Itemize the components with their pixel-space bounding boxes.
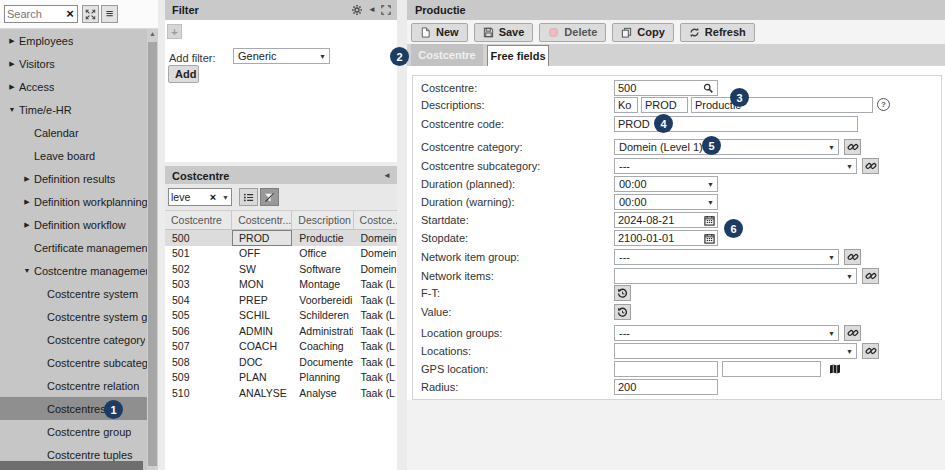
sidebar-item-costcentre-relation[interactable]: Costcentre relation bbox=[0, 374, 147, 397]
new-button[interactable]: New bbox=[411, 23, 468, 42]
splitter-left[interactable] bbox=[158, 0, 165, 470]
gps-longitude-input[interactable] bbox=[722, 361, 821, 377]
refresh-button[interactable]: Refresh bbox=[680, 23, 755, 42]
calendar-icon[interactable] bbox=[703, 214, 716, 227]
add-filter-button[interactable]: Add bbox=[168, 65, 199, 83]
costcentre-category-dropdown[interactable]: Domein (Level 1) bbox=[614, 139, 839, 155]
maximize-icon[interactable] bbox=[381, 5, 391, 15]
sidebar-item-costcentre-category[interactable]: Costcentre category bbox=[0, 328, 147, 351]
expand-all-button[interactable] bbox=[82, 5, 99, 23]
link-button[interactable] bbox=[862, 343, 879, 359]
table-row[interactable]: 507COACHCoachingTaak (L... bbox=[165, 339, 397, 355]
chevron-right-icon[interactable]: ▶ bbox=[20, 175, 34, 183]
sidebar-item-calendar[interactable]: Calendar bbox=[0, 121, 147, 144]
location-groups-dropdown[interactable]: --- bbox=[614, 325, 839, 341]
table-row[interactable]: 505SCHILSchilderenTaak (L... bbox=[165, 308, 397, 324]
table-row[interactable]: 510ANALYSEAnalyseTaak (L... bbox=[165, 385, 397, 401]
scroll-up-icon[interactable]: ▲ bbox=[147, 30, 158, 37]
table-row[interactable]: 504PREPVoorbereidingTaak (L... bbox=[165, 292, 397, 308]
sidebar-item-costcentre-system-group[interactable]: Costcentre system g... bbox=[0, 305, 147, 328]
chevron-right-icon[interactable]: ▶ bbox=[5, 60, 19, 68]
map-button[interactable] bbox=[826, 361, 843, 377]
chevron-right-icon[interactable]: ▶ bbox=[20, 198, 34, 206]
sidebar-item-employees[interactable]: ▶Employees bbox=[0, 29, 147, 52]
link-button[interactable] bbox=[862, 268, 879, 284]
column-header-costcentre[interactable]: Costcentre↑ bbox=[165, 211, 232, 229]
description-short-input[interactable] bbox=[641, 97, 688, 113]
column-options-button[interactable] bbox=[239, 188, 258, 206]
copy-button[interactable]: Copy bbox=[612, 23, 674, 42]
duration-warning-dropdown[interactable]: 00:00 bbox=[614, 194, 718, 210]
chevron-right-icon[interactable]: ▶ bbox=[5, 83, 19, 91]
description-lang-input[interactable] bbox=[614, 97, 638, 113]
calendar-icon[interactable] bbox=[703, 232, 716, 245]
table-row[interactable]: 509PLANPlanningTaak (L... bbox=[165, 370, 397, 386]
filter-type-dropdown[interactable]: Generic bbox=[233, 48, 330, 64]
save-button[interactable]: Save bbox=[474, 23, 534, 42]
splitter-right[interactable] bbox=[397, 0, 407, 470]
sidebar-item-definition-workplanning[interactable]: ▶Definition workplanning bbox=[0, 190, 147, 213]
collapse-panel-icon[interactable]: ◄ bbox=[368, 5, 376, 15]
delete-button[interactable]: Delete bbox=[539, 23, 606, 42]
duration-planned-dropdown[interactable]: 00:00 bbox=[614, 176, 718, 192]
clear-filter-button[interactable] bbox=[260, 188, 279, 206]
filter-panel-header: Filter ◄ bbox=[165, 0, 397, 20]
table-row[interactable]: 506ADMINAdministratieTaak (L... bbox=[165, 323, 397, 339]
network-item-group-dropdown[interactable]: --- bbox=[614, 249, 839, 265]
sidebar-item-certificate-management[interactable]: Certificate management bbox=[0, 236, 147, 259]
gps-latitude-input[interactable] bbox=[614, 361, 718, 377]
tab-free-fields[interactable]: Free fields bbox=[487, 45, 549, 66]
costcentre-search-input[interactable] bbox=[169, 191, 206, 203]
sidebar-item-costcentre-group[interactable]: Costcentre group bbox=[0, 420, 147, 443]
clear-search-icon[interactable]: × bbox=[63, 6, 77, 22]
tab-costcentre[interactable]: Costcentre bbox=[411, 44, 483, 66]
table-row[interactable]: 501OFFOfficeDomein bbox=[165, 246, 397, 262]
scrollbar-thumb[interactable] bbox=[148, 42, 157, 466]
link-button[interactable] bbox=[844, 249, 861, 265]
link-button[interactable] bbox=[844, 325, 861, 341]
lookup-icon[interactable] bbox=[702, 82, 715, 95]
costcentre-subcategory-dropdown[interactable]: --- bbox=[614, 158, 857, 174]
cell-code: COACH bbox=[232, 339, 292, 355]
sidebar-item-definition-results[interactable]: ▶Definition results bbox=[0, 167, 147, 190]
costcentre-code-input[interactable] bbox=[614, 116, 858, 132]
sidebar-scrollbar[interactable]: ▲ bbox=[147, 29, 158, 470]
table-row[interactable]: 500PRODProductieDomein bbox=[165, 230, 397, 246]
chevron-down-icon[interactable]: ▼ bbox=[5, 106, 19, 113]
link-button[interactable] bbox=[862, 158, 879, 174]
sidebar-item-costcentre-management[interactable]: ▼Costcentre management bbox=[0, 259, 147, 282]
chevron-right-icon[interactable]: ▶ bbox=[5, 37, 19, 45]
table-row[interactable]: 503MONMontageTaak (L... bbox=[165, 277, 397, 293]
history-button[interactable] bbox=[614, 285, 631, 301]
sidebar-item-visitors[interactable]: ▶Visitors bbox=[0, 52, 147, 75]
sidebar-item-costcentre-system[interactable]: Costcentre system bbox=[0, 282, 147, 305]
column-header-description[interactable]: Description bbox=[292, 211, 353, 229]
locations-dropdown[interactable] bbox=[614, 343, 857, 359]
help-icon[interactable] bbox=[877, 98, 890, 111]
chevron-down-icon[interactable]: ▼ bbox=[20, 267, 34, 274]
radius-input[interactable] bbox=[614, 379, 718, 395]
table-row[interactable]: 502SWSoftwareDomein bbox=[165, 261, 397, 277]
table-row[interactable]: 508DOCDocumenten...Taak (L... bbox=[165, 354, 397, 370]
sidebar-item-leave-board[interactable]: Leave board bbox=[0, 144, 147, 167]
history-button[interactable] bbox=[614, 304, 631, 320]
search-input[interactable] bbox=[5, 8, 63, 20]
menu-button[interactable]: ≡ bbox=[101, 5, 118, 23]
sidebar-item-definition-workflow[interactable]: ▶Definition workflow bbox=[0, 213, 147, 236]
add-condition-button[interactable]: + bbox=[167, 24, 182, 39]
chevron-down-icon[interactable]: ▼ bbox=[220, 194, 231, 201]
sidebar-item-access[interactable]: ▶Access bbox=[0, 75, 147, 98]
cell-code[interactable]: PROD bbox=[232, 230, 292, 246]
gear-icon[interactable] bbox=[351, 4, 363, 16]
description-long-input[interactable] bbox=[691, 97, 873, 113]
sidebar-item-time-e-hr[interactable]: ▼Time/e-HR bbox=[0, 98, 147, 121]
link-button[interactable] bbox=[844, 139, 861, 155]
network-items-dropdown[interactable] bbox=[614, 268, 857, 284]
collapse-panel-icon[interactable]: ◄ bbox=[383, 171, 391, 181]
column-header-costcentre-code[interactable]: Costcentr... bbox=[232, 211, 292, 229]
sidebar-item-costcentre-subcategory[interactable]: Costcentre subcateg... bbox=[0, 351, 147, 374]
sidebar-item-costcentres[interactable]: Costcentres bbox=[0, 397, 147, 420]
chevron-right-icon[interactable]: ▶ bbox=[20, 221, 34, 229]
clear-filter-text-icon[interactable]: × bbox=[206, 189, 220, 205]
column-header-category[interactable]: Costce... bbox=[354, 211, 397, 229]
